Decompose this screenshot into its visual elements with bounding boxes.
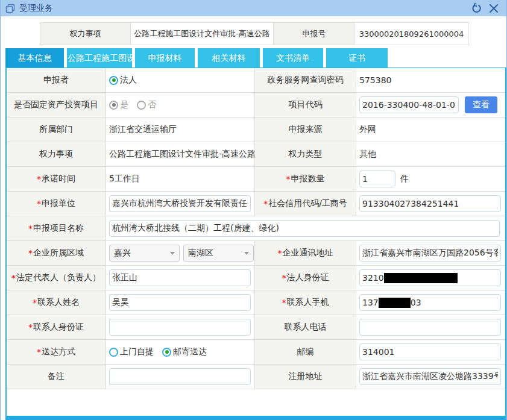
required-mark: *: [28, 224, 33, 233]
legal-id-input[interactable]: 3210: [359, 269, 501, 286]
form-row-delivery: *送达方式 上门自提 邮寄送达 邮编: [7, 340, 505, 365]
project-code-input[interactable]: [359, 96, 459, 113]
close-icon: [489, 4, 499, 13]
required-mark: *: [33, 298, 37, 307]
required-mark: *: [37, 199, 41, 208]
contact-phone-label: 联系人电话: [255, 315, 356, 339]
contact-mobile-label-text: 联系人手机: [287, 297, 329, 308]
required-mark: *: [263, 199, 268, 208]
registered-address-input[interactable]: [359, 368, 501, 385]
postcode-input[interactable]: [359, 343, 501, 360]
chevron-down-icon: [244, 252, 249, 255]
enterprise-region-label: *企业所属区域: [7, 241, 106, 265]
required-mark: *: [286, 174, 291, 184]
tab-certificate[interactable]: 证书: [326, 48, 388, 67]
contact-mobile-prefix: 137: [362, 298, 379, 307]
radio-fixed-asset-yes[interactable]: [109, 101, 118, 110]
enterprise-region-label-text: 企业所属区域: [33, 248, 84, 259]
project-name-label-text: 申报项目名称: [33, 223, 84, 234]
remark-input[interactable]: [109, 368, 251, 385]
contact-id-label: *联系人身份证: [7, 315, 106, 339]
contact-id-input[interactable]: [109, 319, 251, 336]
tab-highway-design[interactable]: 公路工程施工图设计: [67, 48, 132, 67]
department-label: 所属部门: [7, 118, 106, 142]
promise-time-value: 5工作日: [106, 167, 255, 191]
district-select[interactable]: 南湖区: [183, 245, 254, 262]
tab-related-materials[interactable]: 相关材料: [198, 48, 260, 67]
refresh-icon: [471, 2, 482, 14]
city-select[interactable]: 嘉兴: [109, 245, 180, 262]
view-button[interactable]: 查看: [465, 96, 497, 113]
required-mark: *: [282, 298, 286, 307]
postcode-label: 邮编: [255, 340, 356, 364]
radio-legal-person[interactable]: [109, 76, 118, 85]
project-name-label: *申报项目名称: [7, 216, 106, 240]
legal-id-label-text: 法人身份证: [287, 272, 329, 283]
project-code-label: 项目代码: [255, 93, 356, 117]
declare-source-value: 外网: [356, 118, 505, 142]
legal-rep-input[interactable]: [109, 269, 251, 286]
tab-basic-info[interactable]: 基本信息: [5, 48, 64, 67]
header-appno-label: 申报号: [274, 22, 354, 45]
declare-unit-label: *申报单位: [7, 192, 106, 216]
legal-rep-label-text: 法定代表人（负责人）: [16, 272, 101, 283]
contact-phone-input[interactable]: [359, 319, 501, 336]
form-row-declare-unit: *申报单位 *社会信用代码/工商号: [7, 192, 505, 216]
remark-label: 备注: [7, 365, 106, 389]
enterprise-address-label-text: 企业通讯地址: [283, 248, 333, 259]
declare-qty-input[interactable]: [359, 171, 395, 187]
tab-bar: 基本信息 公路工程施工图设计 申报材料 相关材料 文书清单 证书: [5, 48, 506, 67]
query-password-label: 政务服务网查询密码: [255, 68, 356, 92]
radio-legal-person-label: 法人: [120, 75, 137, 86]
basic-info-panel: 申报者 法人 政务服务网查询密码 575380 是否固定资产投资项目 是 否 项…: [5, 67, 506, 420]
contact-mobile-suffix: 03: [411, 298, 421, 307]
refresh-button[interactable]: [470, 2, 483, 15]
declare-qty-unit: 件: [400, 174, 409, 184]
title-bar: 受理业务: [1, 0, 506, 16]
project-name-input[interactable]: [109, 220, 500, 237]
declare-unit-input[interactable]: [109, 195, 251, 212]
city-select-value: 嘉兴: [114, 248, 131, 259]
form-row-remark: 备注 注册地址: [7, 365, 505, 389]
contact-mobile-input[interactable]: 137 03: [359, 294, 501, 311]
district-select-value: 南湖区: [188, 248, 213, 259]
tab-declare-materials[interactable]: 申报材料: [135, 48, 195, 67]
window-icon: [5, 4, 15, 13]
radio-self-pickup-label: 上门自提: [120, 346, 154, 357]
header-summary: 权力事项 公路工程施工图设计文件审批-高速公路 申报号 330000201809…: [40, 22, 506, 45]
authority-type-label: 权力类型: [255, 142, 356, 166]
contact-mobile-label: *联系人手机: [255, 290, 356, 315]
delivery-label-text: 送达方式: [42, 346, 75, 357]
form-row-contact-name: *联系人姓名 *联系人手机 137 03: [7, 290, 505, 315]
redaction-block: [384, 273, 458, 283]
radio-mail-delivery[interactable]: [162, 348, 171, 357]
radio-fixed-asset-no-label: 否: [148, 99, 156, 110]
radio-self-pickup[interactable]: [109, 348, 118, 357]
applicant-label: 申报者: [7, 68, 106, 92]
required-mark: *: [11, 273, 16, 283]
form-row-enterprise-region: *企业所属区域 嘉兴 南湖区 *企业通讯地址: [7, 241, 505, 266]
close-button[interactable]: [487, 2, 500, 15]
form-row-applicant: 申报者 法人 政务服务网查询密码 575380: [7, 68, 505, 93]
legal-id-label: *法人身份证: [255, 266, 356, 290]
required-mark: *: [37, 174, 41, 184]
credit-code-label: *社会信用代码/工商号: [255, 192, 356, 216]
authority-item-value: 公路工程施工图设计文件审批-高速公路: [106, 142, 255, 166]
form-row-authority-item: 权力事项 公路工程施工图设计文件审批-高速公路 权力类型 其他: [7, 142, 505, 167]
radio-fixed-asset-yes-label: 是: [120, 99, 128, 110]
form-row-project-name: *申报项目名称: [7, 216, 505, 241]
header-appno-value: 330000201809261000004: [354, 22, 469, 45]
legal-rep-label: *法定代表人（负责人）: [7, 266, 106, 290]
window-title: 受理业务: [19, 3, 53, 14]
legal-id-prefix: 3210: [362, 273, 384, 283]
contact-name-input[interactable]: [109, 294, 251, 311]
radio-mail-delivery-label: 邮寄送达: [173, 346, 207, 357]
credit-code-input[interactable]: [359, 195, 501, 212]
enterprise-address-input[interactable]: [359, 245, 501, 262]
declare-qty-label: *申报数量: [255, 167, 356, 191]
form-row-contact-id: *联系人身份证 联系人电话: [7, 315, 505, 340]
radio-fixed-asset-no[interactable]: [137, 101, 146, 110]
declare-source-label: 申报来源: [255, 118, 356, 142]
header-authority-label: 权力事项: [40, 22, 131, 45]
tab-document-list[interactable]: 文书清单: [263, 48, 323, 67]
